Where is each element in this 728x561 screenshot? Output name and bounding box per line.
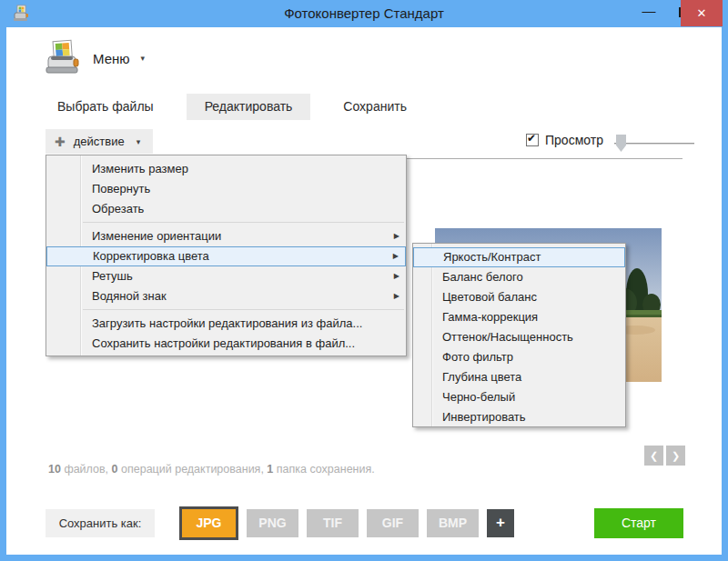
menu-item-crop[interactable]: Обрезать <box>46 199 406 219</box>
preview-toggle-group: ✔ Просмотр <box>526 133 603 147</box>
next-image-button[interactable]: ❯ <box>666 446 685 466</box>
menu-button-label: Меню <box>93 51 130 66</box>
printer-icon <box>44 39 82 77</box>
menu-item-save-settings[interactable]: Сохранить настройки редактирования в фай… <box>46 334 406 354</box>
zoom-slider[interactable] <box>614 135 694 153</box>
menu-item-resize[interactable]: Изменить размер <box>46 159 406 179</box>
app-window: Фотоконвертер Стандарт — ✕ <box>0 0 728 561</box>
submenu-arrow-icon: ▶ <box>393 247 399 265</box>
submenu-item-brightness-contrast[interactable]: Яркость/Контраст <box>413 247 625 267</box>
submenu-item-black-white-label: Черно-белый <box>442 390 515 404</box>
status-count-label: файлов, <box>61 463 112 476</box>
menu-item-color-correction[interactable]: Корректировка цвета▶ <box>46 246 406 266</box>
status-count-value: 10 <box>48 463 61 476</box>
titlebar: Фотоконвертер Стандарт — ✕ <box>0 0 728 27</box>
submenu-item-hue-saturation[interactable]: Оттенок/Насыщенность <box>413 327 625 347</box>
menu-button[interactable]: Меню ▾ <box>44 39 145 77</box>
format-png[interactable]: PNG <box>247 509 298 537</box>
add-format-button[interactable]: + <box>487 509 514 537</box>
submenu-arrow-icon: ▶ <box>394 226 399 246</box>
submenu-item-photo-filter-label: Фото фильтр <box>442 350 513 364</box>
menu-item-retouch[interactable]: Ретушь▶ <box>46 266 406 286</box>
menu-separator <box>83 309 404 310</box>
submenu-item-hue-saturation-label: Оттенок/Насыщенность <box>442 330 573 344</box>
action-button-label: действие <box>74 135 125 148</box>
status-summary: 10 файлов, 0 операций редактирования, 1 … <box>48 463 375 476</box>
menu-item-rotate-label: Повернуть <box>92 182 150 195</box>
format-tif[interactable]: TIF <box>307 509 359 537</box>
submenu-item-color-balance[interactable]: Цветовой баланс <box>413 287 625 307</box>
chevron-down-icon: ▾ <box>136 137 141 146</box>
start-button[interactable]: Старт <box>594 508 683 538</box>
save-as-label: Сохранить как: <box>46 509 155 537</box>
step-tabs: Выбрать файлыРедактироватьСохранить <box>39 94 440 120</box>
menu-item-orientation[interactable]: Изменение ориентации▶ <box>46 226 406 246</box>
zoom-slider-track <box>614 143 694 145</box>
submenu-item-color-depth-label: Глубина цвета <box>442 370 521 384</box>
action-button[interactable]: ✚ действие ▾ <box>46 129 153 154</box>
preview-checkbox-label: Просмотр <box>545 133 603 147</box>
submenu-arrow-icon: ▶ <box>394 266 399 286</box>
minimize-button[interactable]: — <box>635 0 662 26</box>
menu-item-load-settings-label: Загрузить настройки редактирования из фа… <box>92 316 362 330</box>
submenu-item-photo-filter[interactable]: Фото фильтр <box>413 347 625 367</box>
close-button[interactable]: ✕ <box>681 0 723 26</box>
submenu-item-white-balance[interactable]: Баланс белого <box>413 267 625 287</box>
menu-separator <box>83 222 404 223</box>
menu-item-retouch-label: Ретушь <box>92 269 133 283</box>
tab-select-files[interactable]: Выбрать файлы <box>39 94 172 120</box>
menu-item-save-settings-label: Сохранить настройки редактирования в фай… <box>92 336 355 350</box>
menu-item-watermark-label: Водяной знак <box>92 289 167 303</box>
submenu-item-color-depth[interactable]: Глубина цвета <box>413 367 625 387</box>
submenu-arrow-icon: ▶ <box>394 286 399 306</box>
submenu-item-white-balance-label: Баланс белого <box>442 270 523 284</box>
menu-item-resize-label: Изменить размер <box>92 162 188 175</box>
status-count-label: операций редактирования, <box>118 463 268 476</box>
submenu-item-black-white[interactable]: Черно-белый <box>413 387 625 407</box>
menu-item-watermark[interactable]: Водяной знак▶ <box>46 286 406 306</box>
main-content: Меню ▾ Выбрать файлыРедактироватьСохрани… <box>6 27 722 555</box>
menu-item-load-settings[interactable]: Загрузить настройки редактирования из фа… <box>46 314 406 334</box>
plus-icon: ✚ <box>55 135 66 149</box>
action-menu: Изменить размерПовернутьОбрезатьИзменени… <box>46 155 407 356</box>
menu-item-crop-label: Обрезать <box>92 202 144 215</box>
chevron-down-icon: ▾ <box>141 54 146 63</box>
status-count-label: папка сохранения. <box>273 463 374 476</box>
format-jpg[interactable]: JPG <box>179 506 238 540</box>
check-icon: ✔ <box>527 132 536 145</box>
menu-item-orientation-label: Изменение ориентации <box>92 229 221 243</box>
submenu-item-brightness-contrast-label: Яркость/Контраст <box>443 250 541 264</box>
zoom-slider-thumb[interactable] <box>616 135 626 152</box>
format-gif[interactable]: GIF <box>367 509 419 537</box>
format-bmp[interactable]: BMP <box>427 509 479 537</box>
status-count-value: 0 <box>112 463 118 476</box>
submenu-item-gamma[interactable]: Гамма-коррекция <box>413 307 625 327</box>
format-buttons: JPGPNGTIFGIFBMP+ <box>179 506 514 540</box>
submenu-item-invert-label: Инвертировать <box>442 410 526 424</box>
submenu-item-gamma-label: Гамма-коррекция <box>442 310 538 324</box>
menu-item-color-correction-label: Корректировка цвета <box>93 249 209 263</box>
color-correction-submenu: Яркость/КонтрастБаланс белогоЦветовой ба… <box>412 243 626 427</box>
preview-checkbox[interactable]: ✔ <box>526 134 539 146</box>
submenu-item-color-balance-label: Цветовой баланс <box>442 290 537 304</box>
submenu-item-invert[interactable]: Инвертировать <box>413 407 625 427</box>
window-title: Фотоконвертер Стандарт <box>0 5 728 21</box>
tab-save[interactable]: Сохранить <box>325 94 425 120</box>
tab-edit[interactable]: Редактировать <box>187 94 311 120</box>
menu-item-rotate[interactable]: Повернуть <box>46 179 406 199</box>
previous-image-button[interactable]: ❮ <box>644 446 663 466</box>
